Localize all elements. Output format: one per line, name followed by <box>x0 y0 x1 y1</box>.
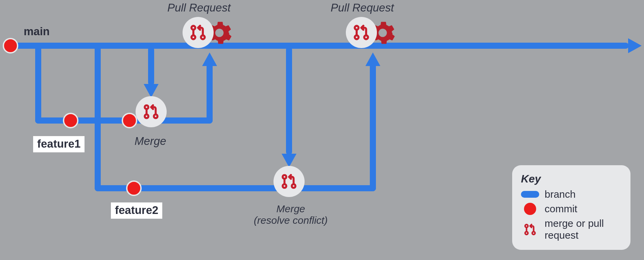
merge-label-2: Merge (resolve conflict) <box>243 203 338 226</box>
main-to-feature2-merge-down <box>286 47 292 155</box>
pull-request-icon <box>189 23 208 42</box>
main-to-feature1-merge-down-arrow <box>144 84 159 98</box>
feature1-pr-up-arrow <box>202 52 217 66</box>
main-to-feature2-merge-down-arrow <box>282 154 296 167</box>
merge-circle-feature2 <box>273 166 305 197</box>
merge-label-1: Merge <box>135 135 166 148</box>
pull-request-label-2: Pull Request <box>331 1 394 14</box>
commit-dot-feature2-a <box>126 180 142 196</box>
feature2-pr-up <box>370 61 376 191</box>
commit-dot-feature1-a <box>63 113 78 128</box>
merge-label-2-line1: Merge <box>276 203 305 214</box>
legend-commit-label: commit <box>545 203 622 215</box>
feature1-branch-down <box>35 46 41 124</box>
legend-branch-label: branch <box>545 189 622 200</box>
main-to-feature1-merge-down <box>148 47 154 86</box>
legend-merge-label: merge or pull request <box>545 218 622 241</box>
pull-request-icon <box>280 172 298 191</box>
pull-request-circle-2 <box>346 17 377 48</box>
main-branch-arrowhead <box>628 38 642 53</box>
pull-request-icon <box>142 103 160 121</box>
pull-request-icon <box>523 222 537 237</box>
commit-dot-feature1-b <box>122 113 137 128</box>
pull-request-label-1: Pull Request <box>167 1 231 14</box>
merge-label-2-line2: (resolve conflict) <box>254 215 328 226</box>
legend-panel: Key branch commit <box>512 165 630 250</box>
legend-row-branch: branch <box>521 189 622 200</box>
pull-request-circle-1 <box>183 17 214 48</box>
commit-swatch-icon <box>524 203 536 215</box>
legend-row-merge: merge or pull request <box>521 218 622 241</box>
branch-swatch-icon <box>521 191 539 198</box>
pull-request-icon <box>352 23 371 42</box>
main-branch-label: main <box>24 25 50 38</box>
feature2-branch-label: feature2 <box>111 202 162 219</box>
feature1-branch-label: feature1 <box>33 136 85 152</box>
commit-dot-main-start <box>3 38 18 53</box>
merge-circle-feature1 <box>136 96 167 127</box>
feature1-pr-up <box>207 61 213 124</box>
feature2-pr-up-arrow <box>365 52 380 66</box>
feature2-branch-down <box>95 46 101 191</box>
legend-title: Key <box>521 173 622 185</box>
legend-row-commit: commit <box>521 203 622 215</box>
git-workflow-diagram: main feature1 Merge feature2 <box>0 0 644 260</box>
